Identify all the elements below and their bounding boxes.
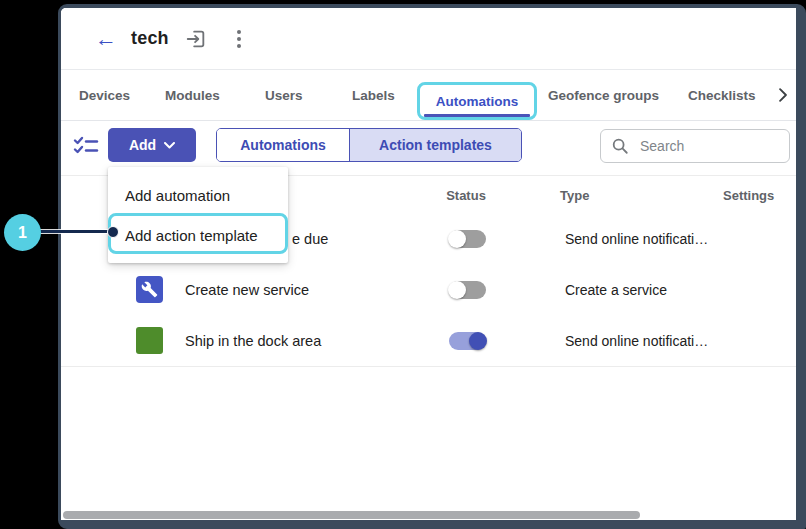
app-window: ← tech Devices Modules Users Labels Auto… xyxy=(58,4,806,529)
annotation-endpoint-dot xyxy=(107,226,119,238)
more-options-icon[interactable] xyxy=(233,26,245,52)
add-dropdown-menu: Add automation Add action template xyxy=(108,167,288,263)
annotation-connector-line xyxy=(38,230,112,233)
table-row[interactable]: Ship in the dock area Send online notifi… xyxy=(61,315,796,367)
tab-automations[interactable]: Automations xyxy=(436,94,519,109)
tab-users[interactable]: Users xyxy=(265,88,303,103)
status-toggle[interactable] xyxy=(449,281,486,299)
green-square-icon xyxy=(136,327,163,354)
status-toggle[interactable] xyxy=(449,230,486,248)
segment-action-templates[interactable]: Action templates xyxy=(349,129,521,161)
tab-automations-highlight[interactable]: Automations xyxy=(417,82,537,120)
search-input[interactable] xyxy=(638,137,779,155)
column-header-type: Type xyxy=(560,188,589,203)
column-header-settings: Settings xyxy=(723,188,774,203)
active-tab-underline xyxy=(424,114,530,117)
tab-labels[interactable]: Labels xyxy=(352,88,395,103)
automation-type: Send online notificati… xyxy=(565,231,708,247)
automation-name: e due xyxy=(292,231,328,247)
table-row[interactable]: Create new service Create a service xyxy=(61,264,796,316)
bulk-select-checklist-icon[interactable] xyxy=(73,135,100,161)
tab-bar: Devices Modules Users Labels Automations… xyxy=(61,70,796,121)
search-icon xyxy=(611,137,629,155)
view-switcher: Automations Action templates xyxy=(216,128,522,162)
chevron-down-icon xyxy=(164,142,175,149)
column-header-status: Status xyxy=(401,188,531,203)
automation-type: Send online notificati… xyxy=(565,333,708,349)
menu-item-add-action-template[interactable]: Add action template xyxy=(108,215,288,255)
tabs-overflow-chevron-icon[interactable] xyxy=(777,88,789,102)
automation-type: Create a service xyxy=(565,282,667,298)
exit-to-app-icon[interactable] xyxy=(185,28,207,50)
segment-automations[interactable]: Automations xyxy=(217,129,349,161)
automation-name: Create new service xyxy=(185,282,309,298)
tab-geofence-groups[interactable]: Geofence groups xyxy=(548,88,659,103)
tab-modules[interactable]: Modules xyxy=(165,88,220,103)
window-content: ← tech Devices Modules Users Labels Auto… xyxy=(61,8,796,520)
menu-item-add-automation[interactable]: Add automation xyxy=(108,175,288,215)
header: ← tech xyxy=(61,8,796,70)
tab-checklists[interactable]: Checklists xyxy=(688,88,756,103)
status-toggle[interactable] xyxy=(449,332,486,350)
wrench-icon xyxy=(136,276,163,303)
back-arrow-icon[interactable]: ← xyxy=(95,28,117,50)
page-title: tech xyxy=(131,28,169,49)
annotation-step-badge: 1 xyxy=(4,214,41,251)
add-button-label: Add xyxy=(129,137,156,153)
search-box[interactable] xyxy=(600,129,790,163)
horizontal-scrollbar[interactable] xyxy=(63,511,640,519)
tab-devices[interactable]: Devices xyxy=(79,88,130,103)
add-button[interactable]: Add xyxy=(108,128,196,162)
automation-name: Ship in the dock area xyxy=(185,333,321,349)
